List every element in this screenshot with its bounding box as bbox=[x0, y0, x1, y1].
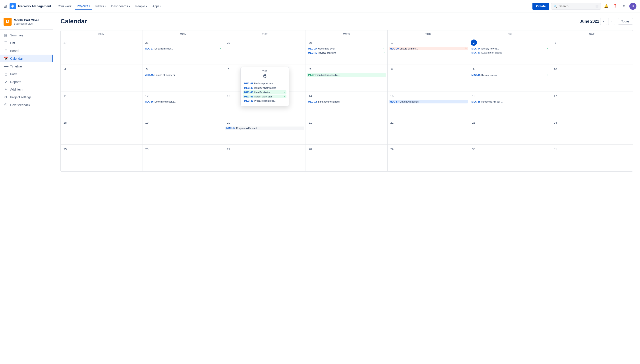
nav-your-work[interactable]: Your work bbox=[56, 3, 74, 9]
popup-event[interactable]: MEC-49 Identify what worked bbox=[243, 86, 286, 90]
popup-event[interactable]: MEC-47 Perform post mort... bbox=[243, 82, 286, 86]
cal-event[interactable]: MEC-48 Review outsta...✓ bbox=[471, 73, 550, 77]
notifications-button[interactable]: 🔔 bbox=[603, 3, 610, 10]
cal-cell[interactable]: 1MEC-20 Ensure all mon...⚠ bbox=[387, 38, 469, 65]
next-month-button[interactable]: › bbox=[608, 18, 615, 25]
cal-cell[interactable]: 14MEC-14 Bank reconciliations bbox=[306, 92, 387, 118]
cal-cell[interactable]: 20MEC-14 Prepare rollforward bbox=[224, 118, 306, 145]
cal-cell[interactable]: 4 bbox=[61, 65, 142, 92]
cal-date: 21 bbox=[307, 120, 313, 126]
cal-cell[interactable]: 30MEC-27 Meeting to over✓MEC-45 Review o… bbox=[306, 38, 387, 65]
event-id: MEC-45 bbox=[145, 74, 154, 76]
cal-cell[interactable]: 15MEC-57 Obtain AR agings bbox=[387, 92, 469, 118]
cal-cell[interactable]: 27 bbox=[61, 38, 142, 65]
cal-cell[interactable]: 18 bbox=[61, 118, 142, 145]
cal-cell[interactable]: 21 bbox=[306, 118, 387, 145]
sidebar-item-label-board: Board bbox=[10, 49, 19, 52]
cal-event[interactable]: MEC-23 Evaluate for capital bbox=[471, 51, 550, 54]
cal-event[interactable]: MEC-27 Meeting to over✓ bbox=[307, 46, 386, 50]
cal-event[interactable]: MEC-18 Reconcile AR agi ... bbox=[471, 100, 550, 104]
popup-event[interactable]: MEC-48 Identify what n...✓ bbox=[243, 90, 286, 94]
search-input[interactable] bbox=[559, 4, 594, 8]
cal-cell[interactable]: 29 bbox=[224, 38, 306, 65]
project-name: Month End Close bbox=[14, 18, 39, 22]
reports-icon: ↗ bbox=[4, 80, 8, 84]
cal-cell[interactable]: 27 bbox=[224, 145, 306, 171]
cal-date: 10 bbox=[552, 66, 558, 72]
nav-filters[interactable]: Filters ▾ bbox=[93, 3, 108, 9]
cal-cell[interactable]: 23 bbox=[469, 118, 551, 145]
cal-cell[interactable]: 25 bbox=[61, 145, 142, 171]
help-button[interactable]: ❓ bbox=[611, 3, 619, 10]
month-label: June 2021 bbox=[580, 19, 599, 24]
sidebar-item-summary[interactable]: ▦ Summary bbox=[0, 31, 53, 39]
sidebar-item-calendar[interactable]: 📅 Calendar bbox=[0, 54, 53, 62]
check-icon: ✓ bbox=[383, 47, 385, 50]
sidebar-item-project-settings[interactable]: ⚙ Project settings bbox=[0, 93, 53, 101]
sidebar-item-form[interactable]: ◻ Form bbox=[0, 70, 53, 78]
settings-button[interactable]: ⚙ bbox=[620, 3, 627, 10]
event-id: MEC-42 bbox=[244, 95, 253, 98]
sidebar-item-board[interactable]: ⊞ Board bbox=[0, 47, 53, 54]
cal-cell[interactable]: 22 bbox=[387, 118, 469, 145]
cal-cell[interactable]: 8 bbox=[387, 65, 469, 92]
cal-cell[interactable]: 12MEC-56 Determine resoluti... bbox=[142, 92, 224, 118]
cal-cell[interactable]: 26 bbox=[142, 145, 224, 171]
nav-projects[interactable]: Projects ▾ bbox=[75, 3, 92, 10]
cal-cell[interactable]: 16MEC-18 Reconcile AR agi ... bbox=[469, 92, 551, 118]
sidebar-item-add-item[interactable]: + Add item bbox=[0, 86, 53, 93]
cal-date: 2 bbox=[471, 40, 477, 46]
logo-icon bbox=[10, 3, 16, 9]
cal-cell[interactable]: 2MEC-44 Identify new le...✓MEC-23 Evalua… bbox=[469, 38, 551, 65]
cal-event[interactable]: MEC-20 Ensure all mon...⚠ bbox=[389, 46, 468, 50]
cal-cell[interactable]: 5MEC-45 Ensure all newly hi bbox=[142, 65, 224, 92]
cal-event[interactable]: MEC-57 Obtain AR agings bbox=[389, 100, 468, 104]
cal-cell[interactable]: 28MEC-23 Email reminder...✓ bbox=[142, 38, 224, 65]
cal-cell[interactable]: 9MEC-48 Review outsta...✓ bbox=[469, 65, 551, 92]
nav-people[interactable]: People ▾ bbox=[133, 3, 149, 9]
grid-icon[interactable]: ⊞ bbox=[4, 4, 7, 9]
today-button[interactable]: Today bbox=[618, 18, 633, 25]
cal-event[interactable]: MEC-14 Prepare rollforward bbox=[225, 126, 304, 130]
cal-event[interactable]: MEC-45 Review of prelim✓ bbox=[307, 51, 386, 54]
cal-event[interactable]: MEC-23 Email reminder...✓ bbox=[144, 46, 223, 50]
sidebar-item-timeline[interactable]: ⟶ Timeline bbox=[0, 62, 53, 70]
cal-cell[interactable]: 6TUE6MEC-47 Perform post mort...MEC-49 I… bbox=[224, 65, 306, 92]
nav-apps[interactable]: Apps ▾ bbox=[150, 3, 164, 9]
cal-cell[interactable]: 7PT-27 Prep bank reconcilia... bbox=[306, 65, 387, 92]
sidebar-item-label-feedback: Give feedback bbox=[10, 103, 30, 107]
header-thu: THU bbox=[387, 30, 469, 38]
cal-event[interactable]: MEC-14 Bank reconciliations bbox=[307, 100, 386, 104]
cal-event[interactable]: PT-27 Prep bank reconcilia... bbox=[307, 73, 386, 77]
topnav: ⊞ Jira Work Management Your work Project… bbox=[0, 0, 640, 12]
nav-dashboards[interactable]: Dashboards ▾ bbox=[109, 3, 132, 9]
cal-event[interactable]: MEC-56 Determine resoluti... bbox=[144, 100, 223, 104]
cal-cell[interactable]: 17 bbox=[551, 92, 633, 118]
sidebar-item-list[interactable]: ☰ List bbox=[0, 39, 53, 47]
prev-month-button[interactable]: ‹ bbox=[600, 18, 607, 25]
cal-cell[interactable]: 10 bbox=[551, 65, 633, 92]
cal-date: 6 bbox=[225, 66, 232, 72]
cal-cell[interactable]: 31 bbox=[551, 145, 633, 171]
search-box[interactable]: 🔍 / bbox=[551, 3, 601, 10]
sidebar-item-give-feedback[interactable]: ☉ Give feedback bbox=[0, 101, 53, 109]
popup-event[interactable]: MEC-42 Obtain bank stat✓ bbox=[243, 94, 286, 98]
cal-cell[interactable]: 11 bbox=[61, 92, 142, 118]
user-avatar[interactable]: U bbox=[629, 3, 636, 10]
cal-date: 13 bbox=[225, 93, 232, 99]
cal-event[interactable]: MEC-45 Ensure all newly hi bbox=[144, 73, 223, 77]
popup-event[interactable]: MEC-45 Prepare bank reco... bbox=[243, 99, 286, 103]
cal-cell[interactable]: 24 bbox=[551, 118, 633, 145]
cal-cell[interactable]: 3 bbox=[551, 38, 633, 65]
cal-cell[interactable]: 30 bbox=[469, 145, 551, 171]
cal-event[interactable]: MEC-44 Identify new le...✓ bbox=[471, 46, 550, 50]
create-button[interactable]: Create bbox=[532, 3, 549, 10]
cal-cell[interactable]: 29 bbox=[387, 145, 469, 171]
cal-cell[interactable]: 28 bbox=[306, 145, 387, 171]
cal-cell[interactable]: 19 bbox=[142, 118, 224, 145]
event-title: Identify new le... bbox=[481, 47, 499, 50]
sidebar-item-reports[interactable]: ↗ Reports bbox=[0, 78, 53, 86]
cal-date: 5 bbox=[144, 66, 150, 72]
logo[interactable]: Jira Work Management bbox=[10, 3, 51, 9]
event-title: Prepare rollforward bbox=[236, 127, 257, 130]
